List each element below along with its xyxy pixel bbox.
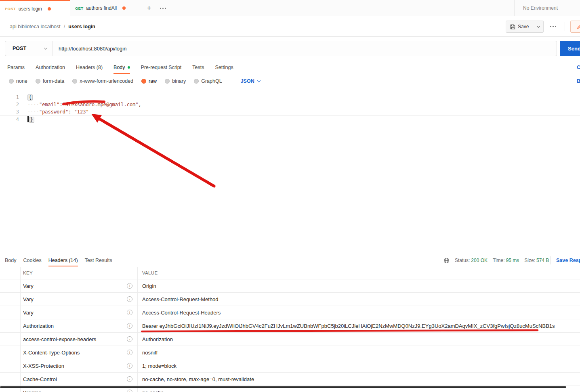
info-icon[interactable]: i xyxy=(127,310,132,315)
response-tab-body[interactable]: Body xyxy=(5,254,17,266)
save-button[interactable]: Save xyxy=(506,21,533,33)
body-mode-row: none form-data x-www-form-urlencoded raw… xyxy=(0,75,580,87)
header-value: no-cache, no-store, max-age=0, must-reva… xyxy=(137,376,580,382)
radio-icon xyxy=(165,79,170,84)
breadcrumb-separator: / xyxy=(64,24,65,29)
chevron-down-icon xyxy=(257,79,260,82)
info-icon[interactable]: i xyxy=(127,296,132,302)
tab-body-label: Body xyxy=(113,65,125,70)
close-brace-token: } xyxy=(29,117,34,123)
method-select[interactable]: POST xyxy=(5,41,53,56)
body-mode-label: raw xyxy=(149,78,157,84)
info-icon[interactable]: i xyxy=(127,323,132,329)
json-value-token: "123" xyxy=(74,109,89,115)
header-key: X-XSS-Protection xyxy=(23,363,127,369)
info-icon[interactable]: i xyxy=(127,376,132,382)
new-tab-button[interactable]: + xyxy=(145,0,153,16)
header-value: nosniff xyxy=(137,350,580,356)
more-options-icon xyxy=(159,8,166,9)
chevron-down-icon xyxy=(44,46,47,49)
header-key: Vary xyxy=(23,296,127,302)
body-present-dot-icon xyxy=(128,66,130,69)
response-tab-headers[interactable]: Headers (14) xyxy=(48,254,78,266)
body-mode-none[interactable]: none xyxy=(9,78,27,84)
unsaved-dot-icon xyxy=(48,7,51,10)
tab-pre-request-script[interactable]: Pre-request Script xyxy=(141,61,182,74)
size-badge: Size:574 B xyxy=(524,258,549,263)
request-tab-users-login[interactable]: POST users login xyxy=(0,0,70,16)
header-value-bearer-token: Bearer eyJhbGciOiJIUzI1NiJ9.eyJzdWIiOiJh… xyxy=(137,323,580,329)
tab-authorization[interactable]: Authorization xyxy=(36,61,65,74)
request-toolbar: api biblioteca localhost / users login S… xyxy=(0,16,580,37)
url-input[interactable]: http://localhost:8080/api/login xyxy=(53,41,557,56)
table-row-authorization: Authorizationi Bearer eyJhbGciOiJIUzI1Ni… xyxy=(0,319,580,333)
environment-selector[interactable]: No Environment xyxy=(523,0,558,16)
info-icon[interactable]: i xyxy=(127,283,132,289)
gutter-cell xyxy=(0,267,20,279)
header-key: Authorization xyxy=(23,323,127,329)
response-meta: Status:200 OK Time:95 ms Size:574 B xyxy=(443,254,549,266)
info-icon[interactable]: i xyxy=(127,363,132,369)
divider xyxy=(550,256,551,264)
radio-icon xyxy=(9,79,14,84)
body-mode-graphql[interactable]: GraphQL xyxy=(194,78,222,84)
header-key: Vary xyxy=(23,283,127,289)
method-select-value: POST xyxy=(13,46,26,51)
text-cursor xyxy=(27,116,29,122)
tab-body[interactable]: Body xyxy=(113,61,130,74)
body-mode-form-data[interactable]: form-data xyxy=(36,78,65,84)
line-number: 1 xyxy=(0,94,21,101)
response-tab-cookies[interactable]: Cookies xyxy=(23,254,42,266)
header-value: no-cache xyxy=(137,390,580,392)
response-tab-test-results[interactable]: Test Results xyxy=(85,254,112,266)
body-mode-x-www-form-urlencoded[interactable]: x-www-form-urlencoded xyxy=(72,78,133,84)
breadcrumb-collection[interactable]: api biblioteca localhost xyxy=(10,24,61,29)
tab-params[interactable]: Params xyxy=(7,61,25,74)
breadcrumb-request-name[interactable]: users login xyxy=(68,24,95,29)
radio-icon xyxy=(72,79,77,84)
body-mode-raw[interactable]: raw xyxy=(141,78,157,84)
gutter-cell xyxy=(0,293,20,306)
request-more-actions-button[interactable] xyxy=(549,16,557,37)
comma-token: , xyxy=(139,102,141,107)
body-mode-label: form-data xyxy=(43,78,65,84)
line-number: 4 xyxy=(0,116,21,123)
json-key-token: "password" xyxy=(39,109,68,115)
request-subtabs: Params Authorization Headers (8) Body Pr… xyxy=(0,61,580,74)
tab-headers[interactable]: Headers (8) xyxy=(76,61,103,74)
open-brace-token: { xyxy=(27,94,33,101)
request-tab-authors-findall[interactable]: GET authors findAll xyxy=(70,0,140,16)
header-key: Cache-Control xyxy=(23,376,127,382)
tab-options-button[interactable] xyxy=(159,0,166,16)
globe-icon[interactable] xyxy=(443,258,450,264)
time-badge: Time:95 ms xyxy=(493,258,519,263)
horizontal-scrollbar-thumb[interactable] xyxy=(0,386,566,388)
header-key: X-Content-Type-Options xyxy=(23,350,127,356)
edit-button[interactable] xyxy=(570,21,580,33)
cookies-link[interactable]: Cookies xyxy=(577,61,580,74)
header-key: access-control-expose-headers xyxy=(23,336,127,342)
header-value: Access-Control-Request-Method xyxy=(137,296,580,302)
table-row: access-control-expose-headersi Authoriza… xyxy=(0,333,580,346)
info-icon[interactable]: i xyxy=(127,336,132,342)
more-options-icon xyxy=(549,26,557,27)
url-builder-row: POST http://localhost:8080/api/login Sen… xyxy=(0,37,580,61)
save-response-link[interactable]: Save Response xyxy=(556,254,580,266)
postman-window: POST users login GET authors findAll + N… xyxy=(0,0,580,392)
tab-tests[interactable]: Tests xyxy=(192,61,204,74)
request-tab-bar: POST users login GET authors findAll + N… xyxy=(0,0,580,16)
info-icon[interactable]: i xyxy=(127,390,132,392)
value-column-header: VALUE xyxy=(137,270,580,275)
pencil-icon xyxy=(577,24,580,29)
save-button-label: Save xyxy=(518,24,529,29)
info-icon[interactable]: i xyxy=(127,350,132,355)
body-mode-binary[interactable]: binary xyxy=(165,78,186,84)
table-row: Varyi Access-Control-Request-Method xyxy=(0,293,580,306)
tab-settings[interactable]: Settings xyxy=(215,61,233,74)
beautify-link[interactable]: Beautify xyxy=(577,75,580,87)
gutter-cell xyxy=(0,306,20,319)
body-code-editor[interactable]: 1 { 2 ····"email":"alexsandro.mpe@gmail.… xyxy=(0,89,580,253)
language-select[interactable]: JSON xyxy=(241,78,260,84)
send-button[interactable]: Send xyxy=(560,41,580,56)
save-dropdown-button[interactable] xyxy=(533,21,544,33)
